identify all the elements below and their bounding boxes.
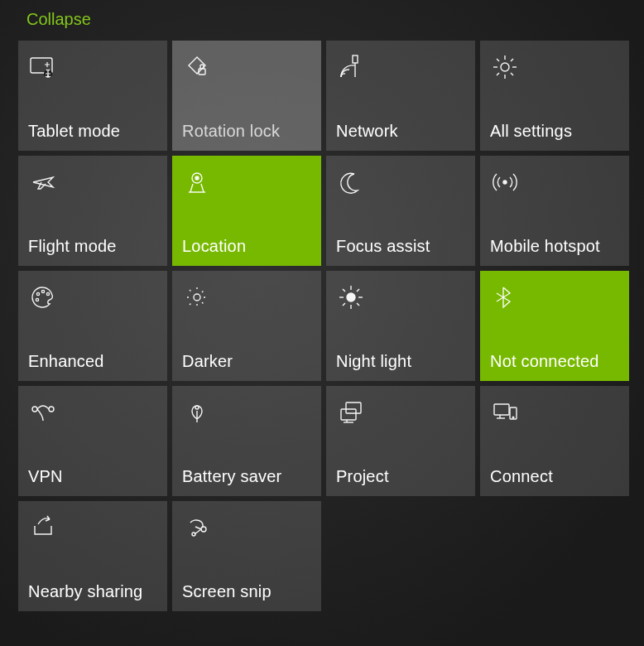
tile-tablet-mode[interactable]: Tablet mode bbox=[18, 41, 167, 151]
svg-point-21 bbox=[194, 294, 200, 301]
tile-battery-saver[interactable]: Battery saver bbox=[172, 386, 321, 496]
tile-label: Rotation lock bbox=[182, 122, 311, 141]
svg-line-12 bbox=[497, 73, 499, 75]
svg-point-19 bbox=[46, 292, 49, 295]
svg-point-52 bbox=[192, 533, 195, 536]
svg-point-16 bbox=[503, 181, 507, 184]
vpn-icon bbox=[28, 398, 58, 427]
tile-screen-snip[interactable]: Screen snip bbox=[172, 501, 321, 611]
tile-label: Tablet mode bbox=[28, 122, 157, 141]
tile-label: Connect bbox=[490, 467, 619, 486]
tile-label: Screen snip bbox=[182, 582, 311, 601]
tile-location[interactable]: Location bbox=[172, 156, 321, 266]
svg-line-10 bbox=[497, 59, 499, 61]
tile-focus-assist[interactable]: Focus assist bbox=[326, 156, 475, 266]
tile-label: All settings bbox=[490, 122, 619, 141]
svg-point-41 bbox=[195, 406, 199, 409]
tile-label: VPN bbox=[28, 467, 157, 486]
rotation-lock-icon bbox=[182, 52, 212, 82]
svg-point-40 bbox=[49, 407, 54, 412]
moon-icon bbox=[336, 167, 366, 197]
tile-label: Focus assist bbox=[336, 237, 465, 256]
share-icon bbox=[28, 513, 58, 542]
tile-enhanced[interactable]: Enhanced bbox=[18, 271, 167, 381]
brightness-high-icon bbox=[336, 282, 366, 312]
tile-project[interactable]: Project bbox=[326, 386, 475, 496]
tile-flight-mode[interactable]: Flight mode bbox=[18, 156, 167, 266]
network-icon bbox=[336, 52, 366, 82]
tile-nearby-sharing[interactable]: Nearby sharing bbox=[18, 501, 167, 611]
tile-label: Night light bbox=[336, 352, 465, 371]
settings-icon bbox=[490, 52, 520, 82]
location-icon bbox=[182, 167, 212, 197]
tile-label: Network bbox=[336, 122, 465, 141]
palette-icon bbox=[28, 282, 58, 312]
tile-label: Battery saver bbox=[182, 467, 311, 486]
hotspot-icon bbox=[490, 167, 520, 197]
tile-vpn[interactable]: VPN bbox=[18, 386, 167, 496]
tile-all-settings[interactable]: All settings bbox=[480, 41, 629, 151]
svg-line-28 bbox=[190, 302, 192, 305]
tile-mobile-hotspot[interactable]: Mobile hotspot bbox=[480, 156, 629, 266]
tile-darker[interactable]: Darker bbox=[172, 271, 321, 381]
svg-point-15 bbox=[195, 176, 199, 180]
svg-point-50 bbox=[512, 417, 514, 418]
tile-label: Nearby sharing bbox=[28, 582, 157, 601]
svg-point-20 bbox=[36, 298, 38, 301]
tile-connect[interactable]: Connect bbox=[480, 386, 629, 496]
tile-label: Flight mode bbox=[28, 237, 157, 256]
tile-label: Mobile hotspot bbox=[490, 237, 619, 256]
svg-line-29 bbox=[202, 290, 204, 292]
svg-line-13 bbox=[511, 59, 513, 61]
tile-label: Enhanced bbox=[28, 352, 157, 371]
svg-line-37 bbox=[343, 303, 345, 306]
project-icon bbox=[336, 398, 366, 427]
brightness-low-icon bbox=[182, 282, 212, 312]
collapse-button[interactable]: Collapse bbox=[15, 8, 91, 41]
tablet-icon bbox=[28, 52, 58, 82]
svg-rect-43 bbox=[341, 409, 356, 420]
tile-label: Location bbox=[182, 237, 311, 256]
svg-point-5 bbox=[501, 63, 509, 71]
bluetooth-icon bbox=[490, 282, 520, 312]
tile-label: Project bbox=[336, 467, 465, 486]
battery-saver-icon bbox=[182, 398, 212, 427]
airplane-icon bbox=[28, 167, 58, 197]
tile-rotation-lock[interactable]: Rotation lock bbox=[172, 41, 321, 151]
connect-icon bbox=[490, 398, 520, 427]
tile-bluetooth[interactable]: Not connected bbox=[480, 271, 629, 381]
tile-night-light[interactable]: Night light bbox=[326, 271, 475, 381]
svg-line-38 bbox=[357, 289, 359, 292]
tile-network[interactable]: Network bbox=[326, 41, 475, 151]
svg-rect-46 bbox=[494, 404, 509, 415]
tile-label: Darker bbox=[182, 352, 311, 371]
svg-point-17 bbox=[36, 292, 39, 295]
svg-point-39 bbox=[32, 407, 37, 412]
svg-rect-42 bbox=[346, 403, 361, 413]
svg-rect-3 bbox=[353, 55, 358, 63]
quick-actions-grid: Tablet mode Rotation lock Network All se… bbox=[15, 41, 629, 611]
snip-icon bbox=[182, 513, 212, 542]
svg-point-30 bbox=[347, 293, 355, 301]
svg-line-11 bbox=[511, 73, 513, 75]
svg-line-36 bbox=[357, 303, 359, 306]
svg-line-26 bbox=[190, 290, 192, 292]
svg-line-35 bbox=[343, 289, 345, 292]
tile-label: Not connected bbox=[490, 352, 619, 371]
svg-point-18 bbox=[41, 290, 44, 292]
svg-point-51 bbox=[201, 527, 206, 532]
svg-line-27 bbox=[202, 302, 204, 305]
